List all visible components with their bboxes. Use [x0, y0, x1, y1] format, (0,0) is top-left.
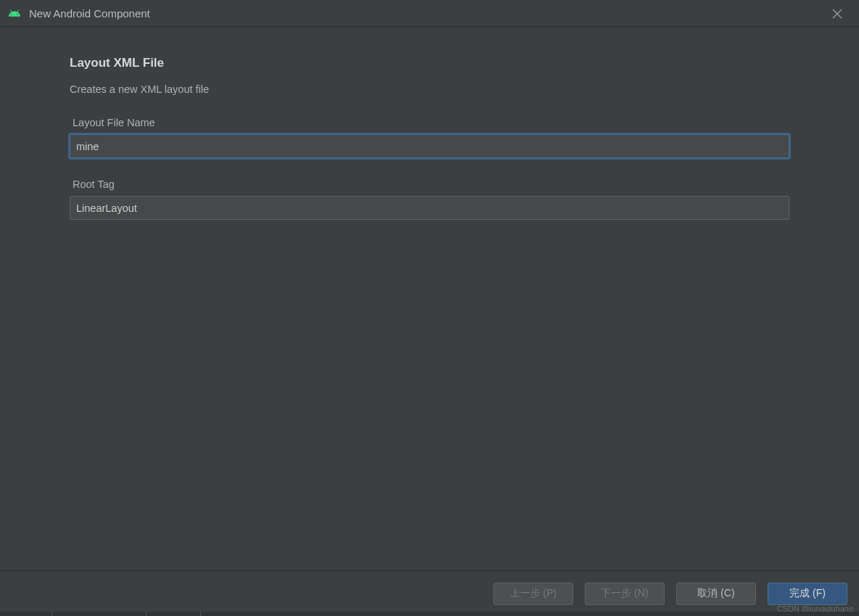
- next-button[interactable]: 下一步 (N): [585, 583, 665, 605]
- dialog-footer: 上一步 (P) 下一步 (N) 取消 (C) 完成 (F): [0, 570, 859, 616]
- layout-file-name-label: Layout File Name: [73, 117, 789, 128]
- page-heading: Layout XML File: [70, 56, 789, 70]
- page-description: Creates a new XML layout file: [70, 83, 789, 95]
- cancel-button[interactable]: 取消 (C): [676, 583, 756, 605]
- layout-file-name-input[interactable]: [70, 134, 789, 158]
- form-group-root-tag: Root Tag: [70, 178, 789, 220]
- form-group-layout-file-name: Layout File Name: [70, 117, 789, 158]
- close-icon: [832, 9, 842, 19]
- status-bar-strip: [0, 612, 859, 616]
- root-tag-label: Root Tag: [73, 178, 789, 190]
- close-button[interactable]: [823, 0, 852, 27]
- android-icon: [7, 6, 22, 20]
- previous-button[interactable]: 上一步 (P): [493, 583, 573, 605]
- titlebar: New Android Component: [0, 0, 859, 27]
- finish-button[interactable]: 完成 (F): [768, 583, 847, 605]
- dialog-content: Layout XML File Creates a new XML layout…: [0, 27, 859, 570]
- root-tag-input[interactable]: [70, 196, 789, 220]
- window-title: New Android Component: [29, 7, 150, 20]
